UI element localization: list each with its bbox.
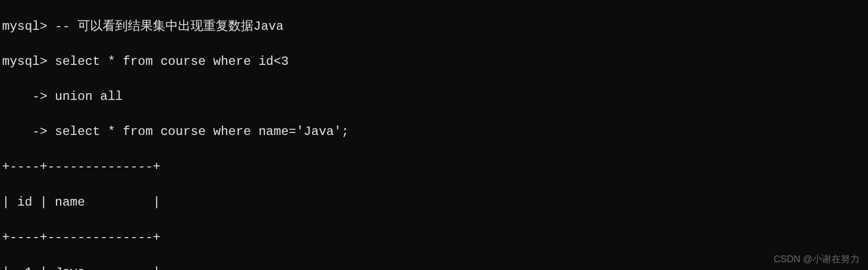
terminal-line: -> select * from course where name='Java… (2, 123, 866, 141)
table-header: | id | name | (2, 194, 866, 211)
table-row: | 1 | Java | (2, 264, 866, 270)
watermark: CSDN @小谢在努力 (774, 253, 860, 266)
table-border: +----+--------------+ (2, 229, 866, 246)
mysql-terminal[interactable]: mysql> -- 可以看到结果集中出现重复数据Java mysql> sele… (0, 0, 868, 270)
table-border: +----+--------------+ (2, 158, 866, 176)
terminal-line: -> union all (2, 88, 866, 106)
terminal-line: mysql> -- 可以看到结果集中出现重复数据Java (2, 18, 866, 36)
terminal-line: mysql> select * from course where id<3 (2, 53, 866, 71)
